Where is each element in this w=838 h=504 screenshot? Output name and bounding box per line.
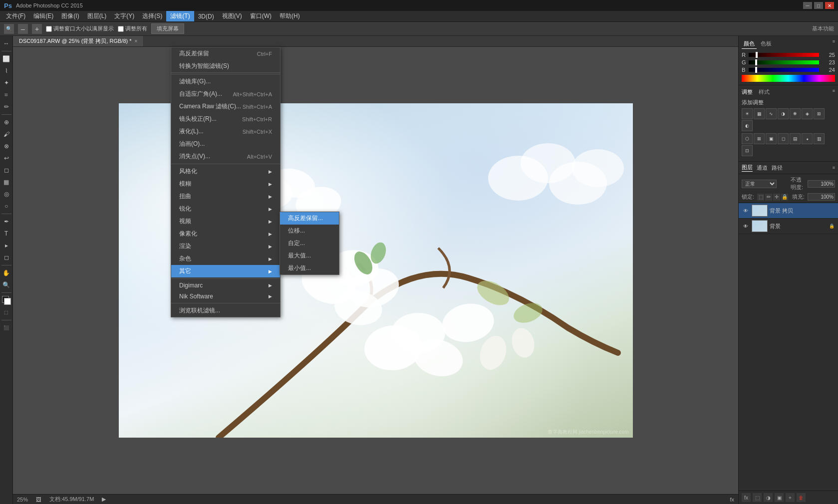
submenu-item-max[interactable]: 最大值... <box>280 250 339 262</box>
submenu-item-high-pass[interactable]: 高反差保留... <box>280 212 339 225</box>
menu-item-liquify[interactable]: 液化(L)... Shift+Ctrl+X <box>171 125 280 138</box>
menu-item-browse[interactable]: 浏览联机滤镜... <box>171 304 280 317</box>
tool-zoom[interactable]: 🔍 <box>1 279 12 290</box>
layers-panel-expand[interactable]: ≡ <box>833 165 835 170</box>
color-panel-expand[interactable]: ≡ <box>833 39 835 49</box>
adj-hsl[interactable]: ◈ <box>802 108 813 119</box>
menu-item-sharpen[interactable]: 锐化 <box>171 203 280 215</box>
foreground-color[interactable] <box>1 295 12 306</box>
arrow-icon[interactable]: ▶ <box>102 496 106 503</box>
menu-view[interactable]: 视图(V) <box>218 11 246 21</box>
adj-exposure[interactable]: ◑ <box>778 108 789 119</box>
layer-item-bg[interactable]: 👁 背景 🔒 <box>739 219 838 234</box>
menu-item-lens-correction[interactable]: 镜头校正(R)... Shift+Ctrl+R <box>171 113 280 125</box>
color-value-r[interactable]: 25 <box>821 52 835 58</box>
tool-text[interactable]: T <box>1 228 12 239</box>
tool-screen-mode[interactable]: ⬛ <box>1 322 12 333</box>
opacity-input[interactable] <box>808 180 835 188</box>
adj-brightness[interactable]: ☀ <box>742 108 753 119</box>
layer-group-button[interactable]: ▣ <box>775 493 784 502</box>
adj-color-balance[interactable]: ⊞ <box>814 108 825 119</box>
menu-item-smart-convert[interactable]: 转换为智能滤镜(S) <box>171 60 280 72</box>
menu-item-camera-raw[interactable]: Camera Raw 滤镜(C)... Shift+Ctrl+A <box>171 100 280 113</box>
menu-help[interactable]: 帮助(H) <box>276 11 304 21</box>
tool-lasso[interactable]: ⌇ <box>1 65 12 76</box>
menu-image[interactable]: 图像(I) <box>57 11 83 21</box>
lock-position[interactable]: ✛ <box>773 194 780 201</box>
menu-item-other[interactable]: 其它 <box>171 265 280 277</box>
adj-photo-filter[interactable]: ⬡ <box>742 133 753 144</box>
tool-clone[interactable]: ⊗ <box>1 141 12 152</box>
adj-channel-mixer[interactable]: ⊠ <box>754 133 765 144</box>
color-slider-b[interactable] <box>749 68 819 72</box>
menu-item-high-pass-retain[interactable]: 高反差保留 Ctrl+F <box>171 47 280 60</box>
tool-shape[interactable]: ◻ <box>1 252 12 263</box>
zoom-in-icon[interactable]: + <box>32 24 42 34</box>
fit-all-option[interactable]: 调整所有 <box>118 25 147 32</box>
minimize-button[interactable]: ─ <box>803 2 812 9</box>
fill-screen-button[interactable]: 填充屏幕 <box>151 23 184 34</box>
menu-item-stylize[interactable]: 风格化 <box>171 165 280 178</box>
lock-all[interactable]: 🔒 <box>781 194 788 201</box>
tool-quick-mask[interactable]: ⬚ <box>1 307 12 318</box>
layer-eye-bg-copy[interactable]: 👁 <box>742 207 750 215</box>
adjust-tab-adjust[interactable]: 调整 <box>742 88 753 96</box>
fill-input[interactable] <box>808 193 835 201</box>
layer-item-bg-copy[interactable]: 👁 背景 拷贝 <box>739 203 838 219</box>
tool-move[interactable]: ↔ <box>1 38 12 49</box>
adj-vibrance[interactable]: ❋ <box>790 108 801 119</box>
layer-eye-bg[interactable]: 👁 <box>742 222 750 230</box>
color-tab-color[interactable]: 颜色 <box>742 39 757 49</box>
layer-new-button[interactable]: + <box>786 493 795 502</box>
menu-item-oil-paint[interactable]: 油画(O)... <box>171 138 280 150</box>
adjust-tab-style[interactable]: 样式 <box>759 88 770 96</box>
color-slider-r[interactable] <box>749 53 819 57</box>
layer-mask-button[interactable]: ⬚ <box>753 493 762 502</box>
menu-item-adaptive-wide-angle[interactable]: 自适应广角(A)... Alt+Shift+Ctrl+A <box>171 88 280 100</box>
submenu-item-min[interactable]: 最小值... <box>280 262 339 274</box>
submenu-item-custom[interactable]: 自定... <box>280 237 339 250</box>
layer-mode-select[interactable]: 正常 <box>742 180 777 188</box>
menu-item-filter-gallery[interactable]: 滤镜库(G)... <box>171 75 280 88</box>
fit-screen-option[interactable]: 调整窗口大小以满屏显示 <box>46 25 114 32</box>
menu-item-misc-color[interactable]: 杂色 <box>171 252 280 265</box>
adj-threshold[interactable]: ⬥ <box>802 133 813 144</box>
fit-screen-checkbox[interactable] <box>46 26 52 32</box>
tool-eyedropper[interactable]: ✏ <box>1 101 12 112</box>
menu-item-distort[interactable]: 扭曲 <box>171 190 280 203</box>
tool-eraser[interactable]: ◻ <box>1 165 12 176</box>
menu-item-render[interactable]: 渲染 <box>171 240 280 252</box>
menu-item-blur[interactable]: 模糊 <box>171 178 280 190</box>
adj-invert[interactable]: ◻ <box>778 133 789 144</box>
tool-path-select[interactable]: ▸ <box>1 240 12 251</box>
menu-type[interactable]: 文字(Y) <box>110 11 138 21</box>
layer-adjust-button[interactable]: ◑ <box>764 493 773 502</box>
zoom-out-icon[interactable]: – <box>18 24 28 34</box>
adj-gradient-map[interactable]: ▥ <box>814 133 825 144</box>
menu-layer[interactable]: 图层(L) <box>83 11 111 21</box>
tool-quick-select[interactable]: ✦ <box>1 77 12 88</box>
tool-heal[interactable]: ⊕ <box>1 117 12 128</box>
color-value-b[interactable]: 24 <box>821 67 835 73</box>
menu-filter[interactable]: 滤镜(T) <box>166 11 194 21</box>
layers-tab-paths[interactable]: 路径 <box>772 164 783 172</box>
color-slider-g[interactable] <box>749 60 819 64</box>
tool-crop[interactable]: ⌗ <box>1 89 12 100</box>
tool-history-brush[interactable]: ↩ <box>1 153 12 164</box>
menu-file[interactable]: 文件(F) <box>2 11 29 21</box>
adj-selective-color[interactable]: ⊡ <box>742 145 753 156</box>
menu-item-digimarc[interactable]: Digimarc <box>171 280 280 291</box>
layer-delete-button[interactable]: 🗑 <box>797 493 806 502</box>
adj-posterize[interactable]: ▤ <box>790 133 801 144</box>
tab-close-icon[interactable]: × <box>135 38 138 44</box>
menu-edit[interactable]: 编辑(E) <box>29 11 57 21</box>
tool-marquee[interactable]: ⬜ <box>1 53 12 64</box>
color-value-g[interactable]: 23 <box>821 59 835 65</box>
adj-color-lookup[interactable]: ▣ <box>766 133 777 144</box>
menu-select[interactable]: 选择(S) <box>138 11 166 21</box>
tool-brush[interactable]: 🖌 <box>1 129 12 140</box>
maximize-button[interactable]: □ <box>814 2 823 9</box>
color-tab-swatches[interactable]: 色板 <box>759 39 774 49</box>
adj-bw[interactable]: ◐ <box>742 120 753 131</box>
adjust-panel-expand[interactable]: ≡ <box>833 88 835 96</box>
